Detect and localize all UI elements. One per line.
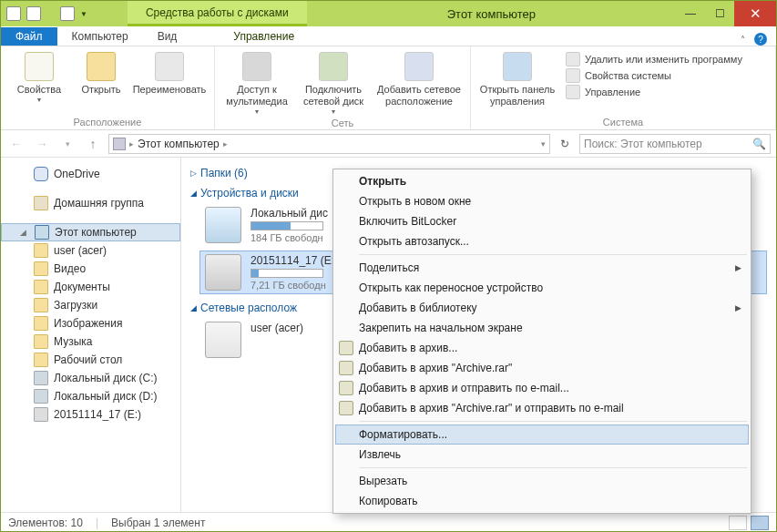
ctx-copy[interactable]: Копировать (335, 491, 749, 511)
properties-icon (25, 52, 54, 81)
nav-back-button[interactable]: ← (6, 134, 26, 154)
ctx-archive-rar-email[interactable]: Добавить в архив "Archive.rar" и отправи… (335, 398, 749, 418)
tab-manage[interactable]: Управление (219, 27, 309, 46)
sidebar-item-music[interactable]: Музыка (1, 332, 180, 351)
ribbon-collapse-icon[interactable]: ˄ (741, 35, 745, 45)
submenu-arrow-icon: ▶ (735, 263, 741, 272)
manage-icon (566, 85, 580, 99)
ribbon-map-drive[interactable]: Подключить сетевой диск ▾ (297, 50, 370, 116)
ribbon-properties[interactable]: Свойства ▾ (6, 50, 72, 115)
nav-up-button[interactable]: ↑ (83, 134, 103, 154)
folder-icon (34, 298, 48, 312)
sidebar-item-user[interactable]: user (acer) (1, 241, 180, 260)
expand-icon[interactable]: ◢ (20, 228, 29, 237)
open-icon (87, 52, 116, 81)
sidebar-item-this-pc[interactable]: ◢Этот компьютер (1, 223, 180, 241)
sidebar-item-downloads[interactable]: Загрузки (1, 296, 180, 314)
folder-icon (34, 280, 48, 294)
sidebar-item-drive-d[interactable]: Локальный диск (D:) (1, 387, 180, 405)
refresh-button[interactable]: ↻ (556, 134, 574, 154)
ribbon-control-panel[interactable]: Открыть панель управления (476, 50, 558, 115)
search-icon: 🔍 (752, 138, 766, 150)
help-icon[interactable]: ? (754, 33, 767, 46)
sidebar-item-drive-e[interactable]: 20151114_17 (E:) (1, 405, 180, 424)
drive-icon (34, 407, 48, 422)
ctx-share[interactable]: Поделиться▶ (335, 258, 749, 278)
ctx-pin-start[interactable]: Закрепить на начальном экране (335, 318, 749, 338)
qat-dropdown-icon[interactable]: ▼ (80, 10, 87, 18)
winrar-icon (339, 381, 353, 395)
ctx-autorun[interactable]: Открыть автозапуск... (335, 231, 749, 251)
status-item-count: Элементов: 10 (8, 517, 83, 529)
ribbon-group-network: Доступ к мультимедиа ▾ Подключить сетево… (215, 46, 471, 129)
winrar-icon (339, 401, 353, 415)
expand-icon: ◢ (190, 189, 197, 198)
sidebar-item-documents[interactable]: Документы (1, 278, 180, 296)
ctx-open[interactable]: Открыть (335, 171, 749, 191)
drive-icon (34, 371, 48, 385)
usage-bar (250, 269, 323, 278)
tab-file[interactable]: Файл (1, 27, 57, 46)
ribbon-uninstall[interactable]: Удалить или изменить программу (566, 52, 742, 66)
view-details-button[interactable] (729, 516, 747, 530)
drive-icon (34, 389, 48, 404)
folder-icon (34, 243, 48, 258)
tab-view[interactable]: Вид (143, 27, 192, 46)
quick-access-toolbar: ▼ (1, 1, 93, 26)
ribbon-tabs: Файл Компьютер Вид Управление ˄ ? (1, 26, 776, 46)
ribbon-sys-props[interactable]: Свойства системы (566, 68, 742, 83)
ctx-archive-email[interactable]: Добавить в архив и отправить по e-mail..… (335, 378, 749, 398)
sidebar-item-onedrive[interactable]: OneDrive (1, 165, 180, 183)
title-bar: ▼ Средства работы с дисками Этот компьют… (1, 1, 776, 26)
nav-bar: ← → ▾ ↑ ▸ Этот компьютер ▸ ▾ ↻ Поиск: Эт… (1, 130, 776, 158)
drive-icon (205, 254, 241, 291)
close-button[interactable]: ✕ (734, 1, 776, 26)
system-props-icon (566, 68, 580, 83)
nav-forward-button[interactable]: → (32, 134, 52, 154)
sidebar-item-homegroup[interactable]: Домашняя группа (1, 194, 180, 212)
view-tiles-button[interactable] (751, 516, 769, 530)
sidebar-item-drive-c[interactable]: Локальный диск (C:) (1, 369, 180, 387)
ctx-eject[interactable]: Извлечь (335, 445, 749, 465)
ribbon-rename[interactable]: Переименовать (130, 50, 209, 115)
app-icon[interactable] (6, 6, 21, 21)
ctx-cut[interactable]: Вырезать (335, 471, 749, 491)
address-bar[interactable]: ▸ Этот компьютер ▸ ▾ (108, 134, 550, 154)
ctx-format[interactable]: Форматировать... (335, 425, 749, 445)
ctx-portable-device[interactable]: Открыть как переносное устройство (335, 278, 749, 298)
qat-newfolder-icon[interactable] (60, 6, 75, 21)
folder-icon (34, 334, 48, 349)
map-drive-icon (319, 52, 348, 81)
ctx-open-new-window[interactable]: Открыть в новом окне (335, 191, 749, 211)
contextual-tab-title: Средства работы с дисками (128, 1, 307, 26)
status-selection: Выбран 1 элемент (111, 517, 205, 529)
nav-history-dropdown[interactable]: ▾ (57, 134, 77, 154)
qat-properties-icon[interactable] (26, 6, 41, 21)
ctx-add-archive-rar[interactable]: Добавить в архив "Archive.rar" (335, 358, 749, 378)
add-location-icon (404, 52, 434, 81)
tab-computer[interactable]: Компьютер (57, 27, 143, 46)
sidebar-item-pictures[interactable]: Изображения (1, 314, 180, 332)
control-panel-icon (503, 52, 532, 81)
rename-icon (155, 52, 184, 81)
ctx-add-library[interactable]: Добавить в библиотеку▶ (335, 298, 749, 318)
media-icon (242, 52, 271, 81)
ribbon-media-access[interactable]: Доступ к мультимедиа ▾ (220, 50, 293, 116)
homegroup-icon (34, 196, 48, 210)
search-box[interactable]: Поиск: Этот компьютер 🔍 (579, 134, 771, 154)
minimize-button[interactable]: — (676, 1, 705, 26)
ribbon-add-netloc[interactable]: Добавить сетевое расположение (373, 50, 465, 116)
search-placeholder: Поиск: Этот компьютер (584, 138, 702, 150)
drive-icon (205, 207, 241, 243)
onedrive-icon (34, 167, 48, 181)
ribbon-open[interactable]: Открыть (76, 50, 127, 115)
maximize-button[interactable]: ☐ (705, 1, 734, 26)
window-buttons: — ☐ ✕ (676, 1, 776, 26)
sidebar-item-desktop[interactable]: Рабочий стол (1, 351, 180, 369)
ctx-add-archive[interactable]: Добавить в архив... (335, 338, 749, 358)
submenu-arrow-icon: ▶ (735, 303, 741, 312)
sidebar-item-video[interactable]: Видео (1, 260, 180, 278)
collapse-icon: ▷ (190, 169, 197, 178)
ribbon-manage[interactable]: Управление (566, 85, 742, 99)
ctx-bitlocker[interactable]: Включить BitLocker (335, 211, 749, 231)
